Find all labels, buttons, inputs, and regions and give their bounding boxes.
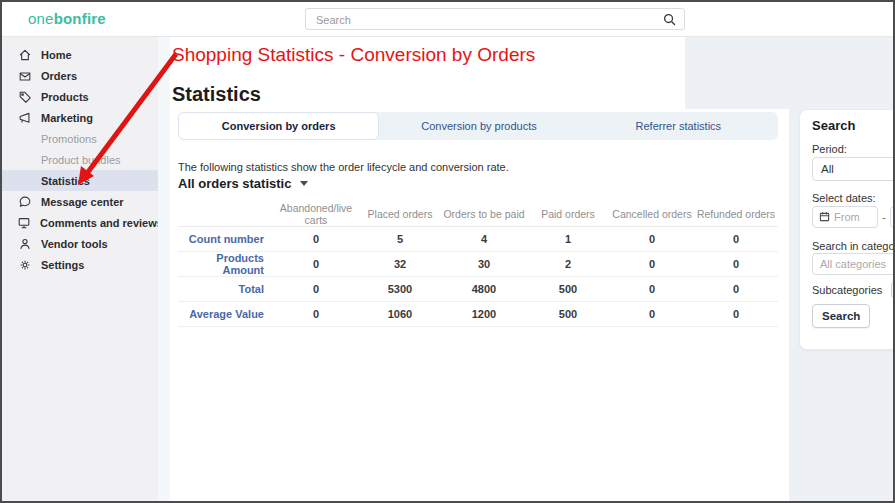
annotation-text: Shopping Statistics - Conversion by Orde… xyxy=(172,44,535,66)
conversion-table: Abandoned/live cartsPlaced ordersOrders … xyxy=(178,202,778,327)
sidebar-item-products[interactable]: Products xyxy=(2,86,158,107)
description-text: The following statistics show the order … xyxy=(178,161,509,173)
table-column-header: Paid orders xyxy=(526,202,610,227)
date-to-input[interactable] xyxy=(890,206,895,228)
tab-referrer-statistics[interactable]: Referrer statistics xyxy=(579,112,778,140)
row-label: Average Value xyxy=(178,302,274,327)
table-cell: 5 xyxy=(358,227,442,252)
table-cell: 0 xyxy=(274,302,358,327)
sidebar-item-label: Orders xyxy=(41,70,77,82)
table-cell: 0 xyxy=(694,252,778,277)
sidebar-item-label: Statistics xyxy=(41,175,90,187)
table-column-header: Cancelled orders xyxy=(610,202,694,227)
search-panel: Search Period: All Select dates: From - … xyxy=(799,109,895,350)
table-row: Total05300480050000 xyxy=(178,277,778,302)
sidebar-item-label: Product bundles xyxy=(41,154,121,166)
message-icon xyxy=(17,194,32,209)
table-cell: 0 xyxy=(610,302,694,327)
sidebar-item-label: Settings xyxy=(41,259,84,271)
table-cell: 0 xyxy=(274,277,358,302)
table-cell: 500 xyxy=(526,302,610,327)
table-cell: 4 xyxy=(442,227,526,252)
table-cell: 500 xyxy=(526,277,610,302)
table-cell: 0 xyxy=(274,227,358,252)
date-range-row: From - xyxy=(812,206,895,228)
chevron-down-icon xyxy=(300,181,308,186)
table-cell: 5300 xyxy=(358,277,442,302)
sidebar-item-label: Comments and reviews xyxy=(40,217,163,229)
table-cell: 1060 xyxy=(358,302,442,327)
sidebar-item-label: Promotions xyxy=(41,133,97,145)
period-label: Period: xyxy=(812,143,847,155)
sidebar-item-vendor-tools[interactable]: Vendor tools xyxy=(2,233,158,254)
table-cell: 32 xyxy=(358,252,442,277)
statistics-tabs: Conversion by ordersConversion by produc… xyxy=(178,112,778,140)
table-column-header: Refunded orders xyxy=(694,202,778,227)
table-row: Count number054100 xyxy=(178,227,778,252)
category-label: Search in category xyxy=(812,240,895,252)
row-label: Products Amount xyxy=(178,252,274,277)
sidebar-item-marketing[interactable]: Marketing xyxy=(2,107,158,128)
top-bar: onebonfire xyxy=(2,2,893,37)
table-cell: 0 xyxy=(694,277,778,302)
sidebar-item-message-center[interactable]: Message center xyxy=(2,191,158,212)
page-background-top-right xyxy=(685,37,895,109)
table-cell: 1 xyxy=(526,227,610,252)
category-input[interactable]: All categories xyxy=(812,253,895,275)
subcategories-label: Subcategories xyxy=(812,284,882,296)
vendor-icon xyxy=(17,236,32,251)
sidebar-item-label: Vendor tools xyxy=(41,238,108,250)
marketing-icon xyxy=(17,110,32,125)
table-cell: 4800 xyxy=(442,277,526,302)
subcategories-row: Subcategories xyxy=(812,282,895,298)
global-search xyxy=(305,8,685,30)
orders-icon xyxy=(17,68,32,83)
sidebar-item-statistics[interactable]: Statistics xyxy=(2,170,158,191)
table-cell: 0 xyxy=(694,302,778,327)
search-icon[interactable] xyxy=(662,12,677,31)
row-label: Total xyxy=(178,277,274,302)
sidebar-item-orders[interactable]: Orders xyxy=(2,65,158,86)
orders-statistic-label: All orders statistic xyxy=(178,176,291,191)
table-column-header: Placed orders xyxy=(358,202,442,227)
table-cell: 0 xyxy=(274,252,358,277)
orders-statistic-dropdown[interactable]: All orders statistic xyxy=(178,176,308,191)
calendar-icon xyxy=(819,208,830,226)
select-dates-label: Select dates: xyxy=(812,192,876,204)
tab-conversion-by-products[interactable]: Conversion by products xyxy=(379,112,578,140)
comments-icon xyxy=(17,215,31,230)
sidebar-item-home[interactable]: Home xyxy=(2,44,158,65)
period-select[interactable]: All xyxy=(812,157,895,181)
subcategories-checkbox[interactable] xyxy=(891,282,895,298)
table-cell: 30 xyxy=(442,252,526,277)
settings-icon xyxy=(17,257,32,272)
panel-search-button[interactable]: Search xyxy=(812,304,870,328)
table-corner-cell xyxy=(178,202,274,227)
sidebar-item-label: Message center xyxy=(41,196,124,208)
table-cell: 0 xyxy=(610,227,694,252)
sidebar-item-product-bundles[interactable]: Product bundles xyxy=(2,149,158,170)
table-cell: 0 xyxy=(610,252,694,277)
tab-conversion-by-orders[interactable]: Conversion by orders xyxy=(178,112,379,140)
table-cell: 0 xyxy=(694,227,778,252)
brand-logo[interactable]: onebonfire xyxy=(28,10,106,27)
search-panel-title: Search xyxy=(812,118,855,133)
sidebar-item-comments-and-reviews[interactable]: Comments and reviews xyxy=(2,212,158,233)
table-cell: 2 xyxy=(526,252,610,277)
table-cell: 1200 xyxy=(442,302,526,327)
sidebar-item-label: Products xyxy=(41,91,89,103)
products-icon xyxy=(17,89,32,104)
table-row: Products Amount03230200 xyxy=(178,252,778,277)
search-input[interactable] xyxy=(314,9,648,31)
sidebar-item-promotions[interactable]: Promotions xyxy=(2,128,158,149)
table-column-header: Abandoned/live carts xyxy=(274,202,358,227)
sidebar: HomeOrdersProductsMarketingPromotionsPro… xyxy=(2,37,158,501)
home-icon xyxy=(17,47,32,62)
date-from-input[interactable]: From xyxy=(812,206,878,228)
date-separator: - xyxy=(882,211,886,223)
row-label: Count number xyxy=(178,227,274,252)
sidebar-item-settings[interactable]: Settings xyxy=(2,254,158,275)
sidebar-item-label: Marketing xyxy=(41,112,93,124)
sidebar-item-label: Home xyxy=(41,49,72,61)
sidebar-gutter xyxy=(158,37,170,501)
